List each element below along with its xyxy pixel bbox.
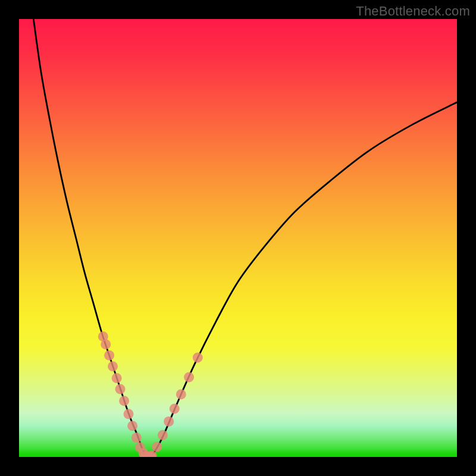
curve-path — [33, 19, 457, 457]
data-marker — [193, 352, 203, 362]
scatter-markers — [98, 331, 203, 457]
data-marker — [184, 372, 194, 383]
data-marker — [176, 389, 186, 399]
data-marker — [152, 442, 162, 452]
data-marker — [158, 430, 168, 440]
data-marker — [127, 421, 137, 431]
data-marker — [164, 416, 174, 427]
data-marker — [131, 433, 142, 443]
data-marker — [124, 409, 134, 419]
data-marker — [104, 350, 114, 361]
data-marker — [101, 339, 111, 349]
plot-area — [19, 19, 457, 457]
chart-frame: TheBottleneck.com — [0, 0, 476, 476]
curve-layer — [19, 19, 457, 457]
data-marker — [108, 361, 118, 371]
data-marker — [119, 396, 129, 406]
watermark-text: TheBottleneck.com — [356, 4, 470, 19]
data-marker — [170, 404, 180, 414]
bottleneck-curve — [33, 19, 457, 457]
data-marker — [112, 373, 122, 383]
data-marker — [115, 384, 126, 394]
